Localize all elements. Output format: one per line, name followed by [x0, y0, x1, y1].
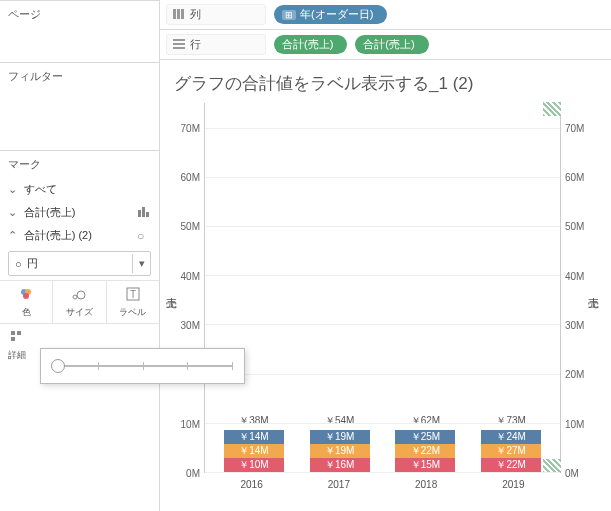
- y-tick: 60M: [181, 172, 200, 183]
- mark-type-select[interactable]: ○ 円 ▾: [8, 251, 151, 276]
- filters-panel-title: フィルター: [0, 62, 159, 90]
- bar-segment[interactable]: ￥10M: [224, 458, 284, 472]
- rows-icon: [173, 39, 185, 51]
- bar-2018[interactable]: ￥15M￥22M￥25M￥62M: [395, 430, 455, 472]
- marks-panel-title: マーク: [0, 150, 159, 178]
- bar-segment[interactable]: ￥22M: [481, 458, 541, 472]
- svg-point-6: [73, 295, 77, 299]
- svg-rect-1: [142, 207, 145, 217]
- mark-type-label: 円: [27, 256, 38, 271]
- size-icon: [53, 287, 105, 304]
- size-slider-thumb[interactable]: [51, 359, 65, 373]
- y-tick: 30M: [181, 320, 200, 331]
- color-encoding[interactable]: 色: [0, 281, 53, 323]
- bar-2019[interactable]: ￥22M￥27M￥24M￥73M: [481, 430, 541, 472]
- col-pill-year[interactable]: ⊞ 年(オーダー日): [274, 5, 387, 24]
- bar-segment[interactable]: ￥19M: [310, 430, 370, 444]
- bar-segment[interactable]: ￥22M: [395, 444, 455, 458]
- color-label: 色: [0, 306, 52, 319]
- bar-2017[interactable]: ￥16M￥19M￥19M￥54M: [310, 430, 370, 472]
- columns-shelf[interactable]: 列 ⊞ 年(オーダー日): [160, 0, 611, 30]
- y-tick: 30M: [565, 320, 584, 331]
- circle-icon: ○: [137, 229, 151, 243]
- y-tick: 50M: [181, 221, 200, 232]
- y-tick: 60M: [565, 172, 584, 183]
- circle-icon: ○: [15, 258, 22, 270]
- y-tick: 10M: [181, 418, 200, 429]
- x-tick: 2017: [328, 479, 350, 490]
- bar-segment[interactable]: ￥19M: [310, 444, 370, 458]
- svg-rect-14: [177, 9, 180, 19]
- y-tick: 0M: [186, 468, 200, 479]
- bar-segment[interactable]: ￥25M: [395, 430, 455, 444]
- marks-all-label: すべて: [24, 182, 57, 197]
- bar-total-label: ￥62M: [411, 414, 440, 428]
- bar-segment[interactable]: ￥14M: [224, 430, 284, 444]
- y-tick: 40M: [181, 270, 200, 281]
- columns-icon: [173, 9, 185, 21]
- x-tick: 2018: [415, 479, 437, 490]
- svg-rect-15: [181, 9, 184, 19]
- axis-sync-corner-icon: [543, 102, 561, 116]
- svg-rect-16: [173, 39, 185, 41]
- color-icon: [0, 287, 52, 304]
- y-tick: 70M: [181, 122, 200, 133]
- svg-rect-13: [173, 9, 176, 19]
- bar-total-label: ￥38M: [239, 414, 268, 428]
- y-tick: 40M: [565, 270, 584, 281]
- detail-encoding[interactable]: 詳細: [8, 330, 26, 362]
- y-tick: 70M: [565, 122, 584, 133]
- bar-segment[interactable]: ￥24M: [481, 430, 541, 444]
- svg-rect-10: [11, 331, 15, 335]
- label-encoding[interactable]: T ラベル: [107, 281, 159, 323]
- row-pill-1-label: 合計(売上): [282, 37, 333, 52]
- x-tick: 2019: [502, 479, 524, 490]
- viz-title: グラフの合計値をラベル表示する_1 (2): [164, 68, 601, 103]
- chevron-down-icon: ⌄: [8, 183, 18, 196]
- svg-rect-18: [173, 47, 185, 49]
- dropdown-icon[interactable]: ▾: [132, 254, 150, 273]
- chart: 売上 0M10M20M30M40M50M60M70M ￥10M￥14M￥14M￥…: [164, 103, 601, 473]
- svg-rect-17: [173, 43, 185, 45]
- x-tick: 2016: [241, 479, 263, 490]
- y-tick: 20M: [565, 369, 584, 380]
- svg-text:T: T: [130, 289, 136, 300]
- size-slider-popup[interactable]: [40, 348, 245, 384]
- bar-2016[interactable]: ￥10M￥14M￥14M￥38M: [224, 430, 284, 472]
- marks-sum1-row[interactable]: ⌄ 合計(売上): [0, 201, 159, 224]
- col-pill-label: 年(オーダー日): [300, 7, 373, 22]
- svg-rect-12: [11, 337, 15, 341]
- svg-point-7: [77, 291, 85, 299]
- marks-sum2-row[interactable]: ⌃ 合計(売上) (2) ○: [0, 224, 159, 247]
- size-encoding[interactable]: サイズ: [53, 281, 106, 323]
- marks-all-row[interactable]: ⌄ すべて: [0, 178, 159, 201]
- bar-segment[interactable]: ￥15M: [395, 458, 455, 472]
- y-tick: 50M: [565, 221, 584, 232]
- label-label: ラベル: [107, 306, 159, 319]
- size-label: サイズ: [53, 306, 105, 319]
- svg-rect-0: [138, 210, 141, 217]
- bar-segment[interactable]: ￥14M: [224, 444, 284, 458]
- plus-icon: ⊞: [282, 10, 296, 20]
- svg-rect-2: [146, 212, 149, 217]
- rows-shelf[interactable]: 行 合計(売上) 合計(売上): [160, 30, 611, 60]
- size-slider-track[interactable]: [53, 365, 232, 367]
- marks-sum1-label: 合計(売上): [24, 205, 75, 220]
- marks-sum2-label: 合計(売上) (2): [24, 228, 92, 243]
- chevron-up-icon: ⌃: [8, 229, 18, 242]
- y-tick: 10M: [565, 418, 584, 429]
- row-pill-2-label: 合計(売上): [363, 37, 414, 52]
- bar-segment[interactable]: ￥16M: [310, 458, 370, 472]
- bar-segment[interactable]: ￥27M: [481, 444, 541, 458]
- axis-sync-corner-icon: [543, 459, 561, 473]
- pages-panel-title: ページ: [0, 0, 159, 28]
- rows-label: 行: [190, 37, 201, 52]
- chevron-down-icon: ⌄: [8, 206, 18, 219]
- row-pill-2[interactable]: 合計(売上): [355, 35, 428, 54]
- bar-total-label: ￥54M: [325, 414, 354, 428]
- bar-total-label: ￥73M: [496, 414, 525, 428]
- row-pill-1[interactable]: 合計(売上): [274, 35, 347, 54]
- svg-rect-11: [17, 331, 21, 335]
- detail-label: 詳細: [8, 349, 26, 362]
- columns-label: 列: [190, 7, 201, 22]
